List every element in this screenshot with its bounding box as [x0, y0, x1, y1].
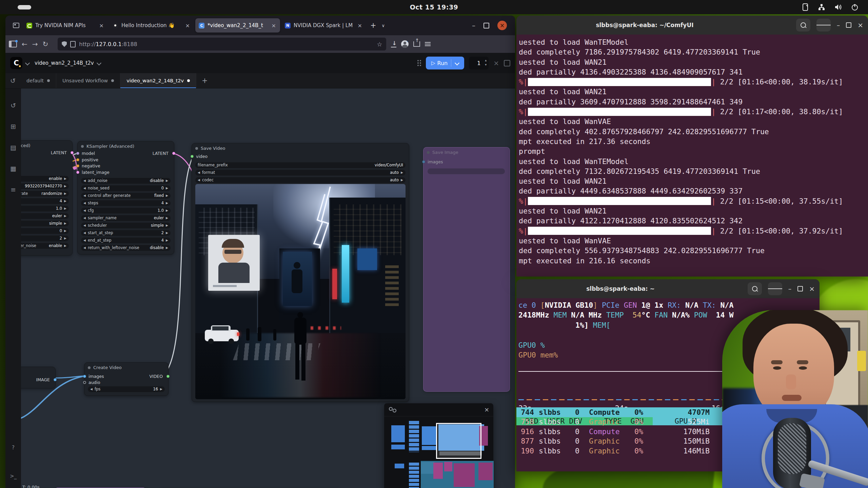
run-options-chevron-icon[interactable]	[455, 61, 459, 65]
batch-count-stepper[interactable]: 1 ▴▾	[469, 57, 489, 69]
hello-icon	[113, 23, 118, 28]
account-icon[interactable]	[401, 40, 409, 48]
terminal-minimize-button[interactable]: –	[788, 285, 792, 292]
browser-tab-strip: Try NVIDIA NIM APIs×Hello Introduction 👋…	[5, 16, 515, 35]
webcam-overlay	[722, 310, 868, 488]
progress-bar	[528, 227, 711, 235]
workflow-title[interactable]: video_wan2_2_14B_t2v	[35, 60, 94, 66]
terminal-line: uested to load WAN21	[519, 206, 868, 216]
system-top-bar: Oct 15 19:39	[0, 0, 868, 14]
url-bar[interactable]: http://127.0.0.1:8188 ☆	[58, 38, 386, 50]
back-icon[interactable]: ←	[22, 40, 27, 48]
terminal-maximize-button[interactable]	[797, 286, 803, 291]
tab-close-icon[interactable]: ×	[185, 22, 191, 29]
terminal-output[interactable]: uested to load WanTEModelded completely …	[516, 35, 868, 277]
terminal-close-button[interactable]: ×	[857, 21, 863, 29]
terminal-line: %|| 2/2 [01:15<00:00, 37.55s/it]	[519, 196, 868, 206]
terminal-minimize-button[interactable]: –	[837, 21, 840, 29]
terminal-menu-button[interactable]	[816, 19, 831, 32]
downloads-icon[interactable]	[391, 41, 396, 47]
sidebar-assets-icon[interactable]: ⊞	[11, 123, 16, 130]
terminal-search-button[interactable]	[796, 19, 810, 32]
gpu-mem-label: GPU0 mem%	[518, 350, 558, 360]
browser-tab-1[interactable]: Hello Introduction 👋×	[109, 18, 194, 33]
new-workflow-button[interactable]: +	[196, 73, 213, 88]
nvtop-info-line: ce 0 [NVIDIA GB10] PCIe GEN 1@ 1x RX: N/…	[518, 300, 733, 310]
workflow-tab-0[interactable]: default	[20, 73, 56, 88]
share-icon[interactable]	[413, 41, 420, 47]
minimap-close-icon[interactable]: ×	[484, 406, 489, 413]
webcam-yellow-object	[857, 351, 866, 371]
reload-icon[interactable]: ↻	[43, 40, 48, 48]
terminal-header[interactable]: slbbs@spark-eaba: ~ – ×	[516, 279, 820, 298]
browser-tab-2[interactable]: C*video_wan2_2_14B_t×	[195, 18, 280, 33]
drag-handle-icon[interactable]	[417, 60, 421, 66]
terminal-close-button[interactable]: ×	[809, 285, 815, 293]
forward-icon[interactable]: →	[32, 40, 38, 48]
progress-bar	[528, 197, 711, 205]
workflow-history-icon[interactable]: ↺	[5, 73, 20, 88]
tab-close-icon[interactable]: ×	[271, 22, 277, 29]
terminal-line: uested to load WAN21	[519, 87, 868, 97]
terminal-line: ded partially 4136.4903225388 4136.48490…	[519, 67, 868, 77]
sidebar-model-library-icon[interactable]: ▦	[10, 165, 16, 172]
gpu-util-label: GPU0 %	[518, 340, 545, 350]
sidebar-queue-icon[interactable]: ≡	[11, 186, 16, 193]
sidebar-toggle-icon[interactable]	[9, 41, 17, 47]
screen: Oct 15 19:39 Try NVIDIA NIM APIs×Hello I…	[0, 0, 868, 488]
network-icon[interactable]	[818, 3, 825, 11]
power-icon[interactable]	[851, 3, 859, 11]
tab-list-chevron-icon[interactable]: ∨	[382, 23, 385, 28]
volume-icon[interactable]	[834, 3, 842, 11]
new-tab-button[interactable]: +	[370, 21, 376, 29]
bookmark-star-icon[interactable]: ☆	[377, 41, 382, 48]
firefox-view-icon[interactable]	[11, 20, 21, 30]
terminal-line: ded completely 402.87657928466797 242.02…	[519, 127, 868, 137]
run-button[interactable]: ▷ Run	[426, 57, 464, 69]
window-maximize-button[interactable]	[484, 23, 489, 28]
url-text[interactable]: http://127.0.0.1:8188	[79, 41, 137, 47]
workflow-tab-2[interactable]: video_wan2_2_14B_t2v	[120, 73, 196, 88]
terminal-line: ded partially 4449.6348537888 4449.63429…	[519, 186, 868, 196]
terminal-search-button[interactable]	[748, 282, 762, 295]
system-clock[interactable]: Oct 15 19:39	[0, 0, 868, 14]
comfyui-logo[interactable]: C	[10, 57, 22, 69]
browser-tab-0[interactable]: Try NVIDIA NIM APIs×	[23, 18, 108, 33]
browser-menu-icon[interactable]	[425, 42, 431, 46]
node-canvas[interactable]: anced) LATENT enable▶993220379402770▶era…	[5, 88, 515, 488]
sidebar-node-library-icon[interactable]: ▤	[10, 144, 16, 151]
workflow-chevron-icon[interactable]	[97, 61, 101, 65]
comfyui-app: C video_wan2_2_14B_t2v ▷ Run 1 ▴▾	[5, 53, 515, 488]
nvtop-info-line: 2418MHz MEM N/A MHz TEMP 54°C FAN N/A% P…	[518, 310, 733, 320]
sidebar-workflows-icon[interactable]: ↺	[11, 102, 16, 109]
minimap-viewport[interactable]	[436, 423, 481, 459]
tab-close-icon[interactable]: ×	[357, 22, 363, 29]
clear-queue-icon[interactable]	[504, 60, 510, 66]
page-info-icon[interactable]	[70, 41, 76, 47]
terminal-menu-button[interactable]	[768, 282, 782, 295]
terminal-line: uested to load WAN21	[519, 176, 868, 186]
tablet-icon[interactable]	[802, 3, 809, 11]
terminal-line: mpt executed in 217.36 seconds	[519, 137, 868, 146]
terminal-maximize-button[interactable]	[846, 22, 851, 28]
cancel-run-icon[interactable]: ×	[493, 59, 499, 67]
nvtop-info-line: 1%] MEM[	[518, 320, 733, 330]
tab-close-icon[interactable]: ×	[99, 22, 104, 29]
terminal-line: ded completely 7132.802672195435 6419.47…	[519, 166, 868, 176]
help-icon[interactable]: ?	[12, 445, 15, 451]
minimap-panel[interactable]: ×	[384, 403, 493, 488]
workflow-tab-bar: ↺ defaultUnsaved Workflowvideo_wan2_2_14…	[5, 73, 515, 88]
tab-label: NVIDIA DGX Spark | LM	[294, 22, 354, 28]
window-close-button[interactable]: ×	[497, 21, 507, 30]
terminal-header[interactable]: slbbs@spark-eaba: ~/ComfyUI – ×	[516, 16, 868, 35]
browser-tab-3[interactable]: NNVIDIA DGX Spark | LM×	[281, 18, 366, 33]
minimap-nodes-icon	[389, 407, 396, 412]
terminal-panel-icon[interactable]: >_	[10, 473, 17, 479]
tracking-protection-icon[interactable]	[62, 41, 67, 47]
logo-chevron-icon[interactable]	[25, 61, 30, 65]
stepper-arrows-icon[interactable]: ▴▾	[485, 58, 487, 67]
comfyui-menu-bar: C video_wan2_2_14B_t2v ▷ Run 1 ▴▾	[5, 53, 515, 73]
window-minimize-button[interactable]: –	[472, 21, 475, 29]
terminal-title: slbbs@spark-eaba: ~/ComfyUI	[516, 22, 773, 28]
workflow-tab-1[interactable]: Unsaved Workflow	[56, 73, 120, 88]
